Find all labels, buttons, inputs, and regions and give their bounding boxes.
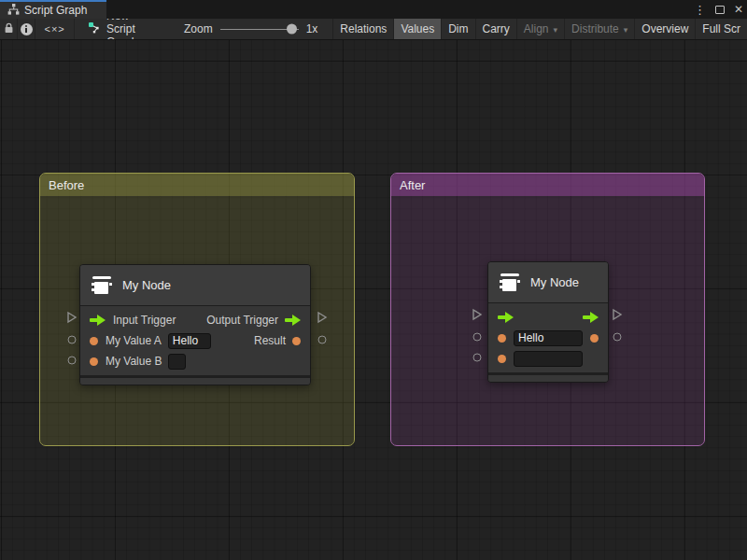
input-trigger-label: Input Trigger bbox=[113, 314, 176, 327]
info-icon bbox=[21, 23, 33, 35]
node-my-node-after[interactable]: My Node bbox=[487, 261, 609, 383]
close-icon[interactable]: ✕ bbox=[734, 4, 743, 15]
value-a-input[interactable] bbox=[168, 333, 211, 349]
output-trigger-label: Output Trigger bbox=[206, 314, 278, 327]
zoom-slider-handle[interactable] bbox=[287, 24, 297, 35]
carry-button[interactable]: Carry bbox=[475, 19, 516, 39]
port-row-value-b: My Value B bbox=[80, 351, 310, 371]
window-controls: ⋮ ✕ bbox=[694, 0, 743, 19]
value-b-input[interactable] bbox=[514, 351, 583, 367]
external-flow-output-marker[interactable] bbox=[317, 311, 328, 328]
fullscreen-label: Full Scr bbox=[702, 22, 740, 35]
group-after-title: After bbox=[400, 178, 425, 192]
group-after-header[interactable]: After bbox=[391, 174, 704, 196]
tab-bar: Script Graph ⋮ ✕ bbox=[0, 0, 747, 19]
toolbar-toggle-group: Relations Values Dim Carry Align ▾ Distr… bbox=[332, 19, 747, 39]
node-after-ports bbox=[488, 303, 608, 372]
port-row-value-b bbox=[488, 348, 608, 369]
external-value-input-marker[interactable] bbox=[68, 336, 77, 344]
value-b-port-icon[interactable] bbox=[90, 357, 98, 366]
relations-button[interactable]: Relations bbox=[332, 19, 393, 39]
unit-node-icon bbox=[498, 271, 522, 295]
zoom-label: Zoom bbox=[184, 22, 213, 35]
external-flow-input-marker[interactable] bbox=[66, 311, 78, 328]
node-my-node-before[interactable]: My Node Input Trigger Output Trigger My … bbox=[79, 264, 311, 385]
port-row-triggers bbox=[488, 307, 608, 328]
align-dropdown[interactable]: Align ▾ bbox=[516, 19, 564, 39]
port-row-triggers: Input Trigger Output Trigger bbox=[80, 310, 310, 330]
input-trigger-port-icon[interactable] bbox=[90, 315, 106, 326]
node-before-title: My Node bbox=[122, 278, 171, 292]
align-label: Align bbox=[524, 22, 549, 35]
value-a-port-icon[interactable] bbox=[498, 334, 506, 343]
fullscreen-button[interactable]: Full Scr bbox=[695, 19, 747, 39]
node-after-header[interactable]: My Node bbox=[488, 262, 608, 303]
lock-button[interactable] bbox=[0, 19, 18, 39]
unit-node-icon bbox=[90, 273, 114, 298]
output-trigger-port-icon[interactable] bbox=[583, 312, 599, 323]
result-label: Result bbox=[254, 334, 286, 347]
graph-toolbar: <×> New Script Graph Zoom 1x Relations bbox=[0, 19, 747, 40]
script-graph-window: Script Graph ⋮ ✕ <×> bbox=[0, 0, 747, 560]
inspector-button[interactable] bbox=[18, 19, 35, 39]
node-before-header[interactable]: My Node bbox=[80, 265, 310, 306]
lock-icon bbox=[4, 22, 14, 36]
chevron-down-icon: ▾ bbox=[624, 25, 628, 35]
overview-button[interactable]: Overview bbox=[634, 19, 695, 39]
external-value-output-marker[interactable] bbox=[318, 336, 327, 344]
external-value-input-marker[interactable] bbox=[68, 357, 77, 365]
node-after-footer bbox=[488, 372, 608, 382]
dim-button[interactable]: Dim bbox=[441, 19, 474, 39]
port-row-value-a bbox=[488, 328, 608, 348]
graph-name-label: New Script Graph bbox=[106, 19, 160, 40]
relations-label: Relations bbox=[340, 22, 387, 35]
chevron-down-icon: ▾ bbox=[554, 25, 558, 35]
external-value-input-marker[interactable] bbox=[473, 333, 482, 342]
maximize-icon[interactable] bbox=[715, 6, 725, 14]
value-a-label: My Value A bbox=[106, 334, 162, 347]
code-brackets-icon: <×> bbox=[44, 23, 64, 35]
zoom-slider[interactable] bbox=[220, 29, 299, 30]
distribute-label: Distribute bbox=[571, 22, 619, 35]
value-a-input[interactable] bbox=[514, 330, 583, 346]
tab-script-graph[interactable]: Script Graph bbox=[0, 0, 106, 19]
external-flow-output-marker[interactable] bbox=[612, 308, 623, 325]
value-b-port-icon[interactable] bbox=[498, 355, 506, 363]
port-row-value-a: My Value A Result bbox=[80, 330, 310, 351]
output-trigger-port-icon[interactable] bbox=[285, 315, 301, 326]
dim-label: Dim bbox=[448, 22, 468, 35]
carry-label: Carry bbox=[483, 22, 510, 35]
script-graph-icon bbox=[88, 21, 101, 36]
distribute-dropdown[interactable]: Distribute ▾ bbox=[564, 19, 634, 39]
code-preview-button[interactable]: <×> bbox=[35, 19, 75, 39]
value-b-input[interactable] bbox=[168, 354, 186, 370]
input-trigger-port-icon[interactable] bbox=[498, 312, 514, 323]
tab-title: Script Graph bbox=[24, 4, 87, 17]
external-value-output-marker[interactable] bbox=[613, 333, 622, 342]
result-port-icon[interactable] bbox=[590, 334, 599, 343]
overview-label: Overview bbox=[641, 22, 688, 35]
value-b-label: My Value B bbox=[106, 355, 162, 368]
zoom-value: 1x bbox=[306, 22, 318, 35]
group-before-header[interactable]: Before bbox=[40, 174, 354, 196]
window-menu-icon[interactable]: ⋮ bbox=[694, 4, 706, 16]
result-port-icon[interactable] bbox=[292, 337, 301, 345]
group-before-title: Before bbox=[49, 178, 84, 192]
external-flow-input-marker[interactable] bbox=[472, 308, 483, 325]
external-value-input-marker[interactable] bbox=[473, 354, 482, 362]
values-label: Values bbox=[401, 22, 434, 35]
graph-name-breadcrumb[interactable]: New Script Graph bbox=[75, 19, 169, 39]
node-before-footer bbox=[80, 375, 310, 385]
node-before-ports: Input Trigger Output Trigger My Value A … bbox=[80, 306, 310, 375]
values-button[interactable]: Values bbox=[393, 19, 441, 39]
value-a-port-icon[interactable] bbox=[90, 337, 98, 345]
graph-hierarchy-icon bbox=[7, 4, 20, 18]
graph-canvas[interactable]: Before After My Node Input bbox=[0, 40, 747, 560]
zoom-control: Zoom 1x bbox=[169, 19, 327, 39]
node-after-title: My Node bbox=[530, 275, 579, 289]
